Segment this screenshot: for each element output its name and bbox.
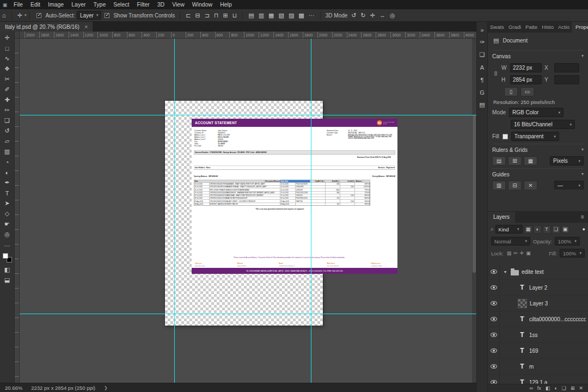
lock-position-icon[interactable]: ✛ xyxy=(519,250,525,256)
link-layers-icon[interactable]: ∞ xyxy=(529,385,532,391)
libraries-panel-icon[interactable]: ▤ xyxy=(477,99,487,111)
distribute-top-edges-icon[interactable]: ▤ xyxy=(246,9,256,21)
menu-item[interactable]: Edit xyxy=(27,0,44,9)
distribute-bottom-edges-icon[interactable]: ▦ xyxy=(266,9,276,21)
expand-group-icon[interactable]: ▾ xyxy=(503,270,508,274)
layer-row[interactable]: 1ss xyxy=(488,327,588,343)
menu-item[interactable]: File xyxy=(10,0,27,9)
layer-row[interactable]: ▾ edite text xyxy=(488,264,588,280)
distribute-horizontal-centers-icon[interactable]: ▨ xyxy=(286,9,296,21)
distribute-right-edges-icon[interactable]: ▩ xyxy=(296,9,306,21)
layer-visibility-toggle[interactable] xyxy=(491,301,497,305)
layer-row[interactable]: 169 xyxy=(488,343,588,359)
auto-select-dropdown[interactable]: Layer▾ xyxy=(77,11,102,20)
align-left-edges-icon[interactable]: ⊏ xyxy=(183,9,193,21)
toggle-rulers-icon[interactable]: ▤ xyxy=(492,156,506,166)
more-options-icon[interactable]: ⋯ xyxy=(307,9,317,21)
drag-3d-camera-icon[interactable]: ✛ xyxy=(368,9,377,21)
filter-adjustment-layers-icon[interactable]: ◐ xyxy=(534,225,542,234)
align-top-edges-icon[interactable]: ⊓ xyxy=(212,9,221,21)
clone-stamp-tool[interactable]: ❏ xyxy=(1,115,14,126)
link-dimensions-icon[interactable]: 8 xyxy=(493,71,498,77)
clear-guides-icon[interactable]: ✕ xyxy=(524,181,537,189)
dodge-tool[interactable]: ◐ xyxy=(1,167,14,177)
fill-dropdown[interactable]: Transparent▾ xyxy=(511,132,559,141)
quick-mask-icon[interactable]: ◧ xyxy=(1,265,14,275)
layer-row[interactable]: Layer 3 xyxy=(488,296,588,311)
layer-visibility-toggle[interactable] xyxy=(491,317,497,321)
filter-shape-layers-icon[interactable]: ❏ xyxy=(552,225,560,234)
layer-visibility-toggle[interactable] xyxy=(491,333,497,337)
x-field[interactable] xyxy=(554,63,579,72)
status-options-icon[interactable]: ❯ xyxy=(104,385,108,390)
menu-item[interactable]: Image xyxy=(44,0,68,9)
height-field[interactable]: 2854 px xyxy=(510,75,542,84)
layer-visibility-toggle[interactable] xyxy=(491,364,497,369)
new-layer-icon[interactable]: ⊞ xyxy=(571,385,575,391)
portrait-orientation-icon[interactable]: ▯ xyxy=(504,87,518,96)
opacity-field[interactable]: 100%▾ xyxy=(555,237,580,246)
foreground-color-swatch[interactable] xyxy=(3,253,8,259)
path-selection-tool[interactable]: ➤ xyxy=(1,198,14,209)
lock-all-icon[interactable]: ▣ xyxy=(525,250,531,256)
spot-healing-brush-tool[interactable]: ✚ xyxy=(1,95,14,105)
bit-depth-dropdown[interactable]: 16 Bits/Channel▾ xyxy=(511,120,575,129)
eraser-tool[interactable]: ▱ xyxy=(1,136,14,146)
delete-layer-icon[interactable]: ✕ xyxy=(579,385,583,391)
menu-item[interactable]: Layer xyxy=(68,0,89,9)
layers-tab[interactable]: Layers xyxy=(488,212,515,223)
edit-toolbar-icon[interactable]: ⋯ xyxy=(1,241,14,251)
auto-select-checkbox[interactable] xyxy=(36,13,41,18)
guide-vertical-2[interactable] xyxy=(311,39,311,383)
zoom-3d-camera-icon[interactable]: ◎ xyxy=(388,9,397,21)
toggle-snap-icon[interactable]: ▦ xyxy=(524,156,537,166)
menu-item[interactable]: Filter xyxy=(133,0,153,9)
blend-mode-dropdown[interactable]: Normal▾ xyxy=(491,237,530,246)
home-icon[interactable]: ⌂ xyxy=(0,9,8,21)
foreground-background-swatches[interactable] xyxy=(3,253,12,262)
quick-selection-tool[interactable]: ❖ xyxy=(1,64,14,74)
layer-visibility-toggle[interactable] xyxy=(491,285,497,290)
panel-tab-properties[interactable]: Properties xyxy=(572,22,588,33)
align-vertical-centers-icon[interactable]: ⊞ xyxy=(220,9,230,21)
rectangular-marquee-tool[interactable]: □ xyxy=(1,43,14,53)
character-panel-icon[interactable]: A xyxy=(477,61,487,74)
color-mode-dropdown[interactable]: RGB Color▾ xyxy=(509,108,564,117)
layer-visibility-toggle[interactable] xyxy=(491,270,497,274)
current-tool-icon[interactable]: ✛ xyxy=(15,9,24,21)
align-horizontal-centers-icon[interactable]: ⊟ xyxy=(193,9,202,21)
hand-tool[interactable]: ☛ xyxy=(1,219,14,229)
align-bottom-edges-icon[interactable]: ⊔ xyxy=(230,9,240,21)
filter-kind-dropdown[interactable]: Kind▾ xyxy=(495,225,523,234)
rulers-grids-section-header[interactable]: Rulers & Grids ▾ xyxy=(492,147,584,153)
close-tab-icon[interactable]: × xyxy=(84,23,88,30)
brush-tool[interactable]: ✏ xyxy=(1,105,14,115)
layer-row[interactable]: m xyxy=(488,359,588,375)
fill-swatch[interactable] xyxy=(503,134,508,139)
toggle-grid-icon[interactable]: ⊞ xyxy=(508,156,522,166)
layer-row[interactable]: Layer 2 xyxy=(488,280,588,296)
fill-opacity-field[interactable]: 100%▾ xyxy=(560,249,585,258)
menu-item[interactable]: Help xyxy=(216,0,236,9)
new-group-icon[interactable]: ❏ xyxy=(562,385,566,391)
crop-tool[interactable]: ✂ xyxy=(1,74,14,84)
collapse-panels-icon[interactable]: » xyxy=(477,23,487,36)
layer-visibility-toggle[interactable] xyxy=(491,348,497,353)
filter-switch-icon[interactable]: ● xyxy=(583,226,585,232)
screen-mode-icon[interactable]: ⬓ xyxy=(1,275,14,285)
panel-tab[interactable]: Histo xyxy=(540,22,556,33)
eyedropper-tool[interactable]: ✐ xyxy=(1,84,14,95)
units-dropdown[interactable]: Pixels▾ xyxy=(550,156,584,166)
filter-pixel-layers-icon[interactable]: ▦ xyxy=(524,225,532,234)
panel-tab[interactable]: Swats xyxy=(488,22,506,33)
add-layer-mask-icon[interactable]: ◧ xyxy=(546,385,550,391)
statement-layer[interactable]: ACCOUNT STATEMENT AU SMALL FINANCE BANK … xyxy=(192,119,397,274)
lock-image-pixels-icon[interactable]: ✏ xyxy=(513,250,518,256)
canvas[interactable]: ACCOUNT STATEMENT AU SMALL FINANCE BANK … xyxy=(15,32,476,383)
lock-transparent-pixels-icon[interactable]: ▨ xyxy=(506,250,512,256)
panel-menu-icon[interactable]: ≡ xyxy=(577,212,588,223)
menu-item[interactable]: Select xyxy=(109,0,133,9)
filter-type-layers-icon[interactable]: T xyxy=(543,225,551,234)
menu-item[interactable]: View xyxy=(168,0,188,9)
layer-row[interactable]: cilta0000000...cccccccc0 d xyxy=(488,311,588,327)
